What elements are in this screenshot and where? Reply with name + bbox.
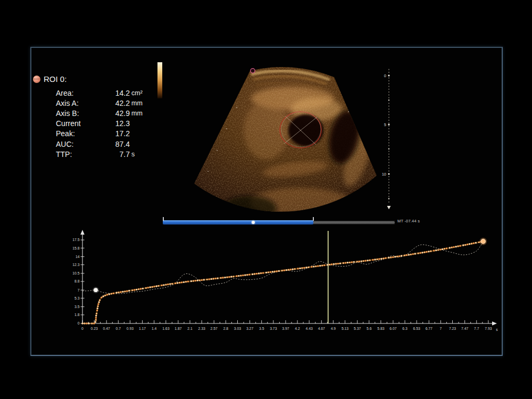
cine-range-start-tick	[163, 217, 164, 221]
roi-row-value: 42.2	[106, 99, 130, 107]
roi-row-value: 87.4	[106, 140, 130, 148]
depth-label-5: 5	[384, 122, 386, 127]
svg-text:1.87: 1.87	[174, 327, 181, 330]
svg-text:6.07: 6.07	[389, 327, 396, 330]
svg-text:1.8: 1.8	[74, 313, 80, 317]
screen: ROI 0: Area:14.2cm² Axis A:42.2mm Axis B…	[0, 0, 532, 399]
svg-text:10.5: 10.5	[72, 271, 79, 275]
ultrasound-image	[186, 48, 388, 218]
svg-text:14: 14	[76, 255, 80, 259]
roi-row-unit: mm	[131, 110, 146, 117]
depth-cursor-arrow-icon	[387, 206, 391, 210]
svg-text:5.3: 5.3	[74, 296, 80, 300]
roi-row-label: Area:	[56, 89, 106, 97]
svg-text:2.8: 2.8	[223, 327, 229, 330]
roi-row-axis-b: Axis B:42.9mm	[56, 108, 146, 118]
svg-text:7.93: 7.93	[485, 327, 492, 330]
svg-text:0: 0	[78, 321, 80, 325]
svg-text:5.6: 5.6	[367, 327, 372, 330]
svg-text:3.73: 3.73	[270, 327, 277, 330]
svg-text:8.8: 8.8	[74, 279, 80, 283]
roi-row-label: AUC:	[56, 140, 106, 148]
svg-text:0.7: 0.7	[116, 327, 121, 330]
cine-range-end-tick	[313, 217, 314, 221]
svg-text:0: 0	[81, 327, 84, 330]
svg-text:0.93: 0.93	[127, 327, 134, 330]
roi-measurements-panel: Area:14.2cm² Axis A:42.2mm Axis B:42.9mm…	[56, 88, 146, 159]
svg-text:3.5: 3.5	[74, 305, 80, 309]
svg-text:3.97: 3.97	[282, 327, 289, 330]
y-axis-tick-labels: 01.83.55.378.810.512.31415.817.5	[72, 238, 79, 325]
cine-loaded-range[interactable]	[163, 220, 313, 225]
roi-row-label: Peak:	[56, 129, 106, 138]
svg-text:1.4: 1.4	[152, 327, 157, 330]
probe-orientation-marker	[251, 69, 255, 73]
roi-row-value: 14.2	[106, 89, 130, 97]
svg-text:1.63: 1.63	[162, 327, 169, 330]
svg-text:6.53: 6.53	[413, 327, 420, 330]
svg-text:12.3: 12.3	[72, 263, 79, 267]
svg-text:7.47: 7.47	[461, 327, 468, 330]
roi-row-value: 42.9	[106, 109, 130, 118]
roi-row-unit: s	[131, 151, 146, 158]
roi-row-value: 7.7	[106, 150, 130, 159]
gain-colorbar	[157, 62, 162, 98]
roi-row-auc: AUC:87.4	[56, 139, 146, 149]
cine-timebar[interactable]	[163, 220, 395, 225]
roi-row-unit: cm²	[131, 89, 146, 97]
svg-text:7: 7	[78, 288, 80, 292]
raw-intensity-curve	[82, 243, 483, 294]
svg-text:3.27: 3.27	[246, 327, 253, 330]
roi-row-label: Axis B:	[56, 109, 106, 118]
roi-row-label: Axis A:	[56, 99, 106, 107]
svg-text:2.57: 2.57	[211, 327, 218, 330]
svg-text:0.47: 0.47	[103, 327, 110, 330]
depth-label-10: 10	[382, 172, 386, 177]
svg-text:4.2: 4.2	[295, 327, 300, 330]
svg-text:1.17: 1.17	[139, 327, 146, 330]
time-intensity-chart: s00.230.470.70.931.171.41.631.872.12.332…	[68, 227, 516, 346]
cine-time-label: MT -07.44 s	[397, 219, 420, 223]
current-point-marker[interactable]	[93, 287, 99, 293]
depth-label-0: 0	[384, 73, 386, 78]
svg-text:5.83: 5.83	[377, 327, 384, 330]
roi-row-peak: Peak:17.2	[56, 129, 146, 139]
roi-row-current: Current12.3	[56, 119, 146, 129]
end-point-marker[interactable]	[479, 238, 487, 245]
roi-panel-header: ROI 0:	[33, 74, 66, 84]
roi-title: ROI 0:	[44, 74, 66, 84]
svg-text:3.5: 3.5	[259, 327, 264, 330]
svg-text:4.67: 4.67	[318, 327, 325, 330]
roi-row-value: 17.2	[106, 129, 130, 138]
roi-row-unit: mm	[131, 99, 146, 107]
svg-text:15.8: 15.8	[72, 246, 79, 250]
roi-row-label: Current	[56, 119, 106, 128]
roi-row-axis-a: Axis A:42.2mm	[56, 98, 146, 108]
svg-text:6.77: 6.77	[426, 327, 433, 330]
svg-text:5.37: 5.37	[354, 327, 361, 330]
roi-marker-icon	[33, 76, 40, 83]
svg-text:0.23: 0.23	[91, 327, 98, 330]
x-axis-unit-label: s	[496, 328, 498, 331]
svg-text:7: 7	[440, 327, 442, 330]
svg-text:2.1: 2.1	[187, 327, 193, 330]
svg-text:5.13: 5.13	[342, 327, 348, 330]
svg-text:7.7: 7.7	[474, 327, 479, 330]
roi-row-label: TTP:	[56, 150, 106, 159]
lesion-region	[288, 114, 323, 146]
svg-text:2.33: 2.33	[198, 327, 205, 330]
roi-row-area: Area:14.2cm²	[56, 88, 146, 98]
fit-curve-glow	[82, 242, 483, 323]
x-axis-tick-labels: 00.230.470.70.931.171.41.631.872.12.332.…	[81, 327, 492, 330]
svg-text:6.3: 6.3	[402, 327, 408, 330]
depth-ruler: 0 5 10	[379, 63, 398, 214]
svg-text:4.43: 4.43	[306, 327, 313, 330]
svg-text:17.5: 17.5	[72, 238, 79, 242]
svg-text:3.03: 3.03	[234, 327, 241, 330]
svg-text:7.23: 7.23	[449, 327, 456, 330]
roi-row-value: 12.3	[106, 119, 130, 128]
chart-axes	[80, 230, 497, 326]
x-axis-ticks	[82, 320, 488, 323]
svg-text:4.9: 4.9	[331, 327, 336, 330]
roi-row-ttp: TTP:7.7s	[56, 149, 146, 159]
